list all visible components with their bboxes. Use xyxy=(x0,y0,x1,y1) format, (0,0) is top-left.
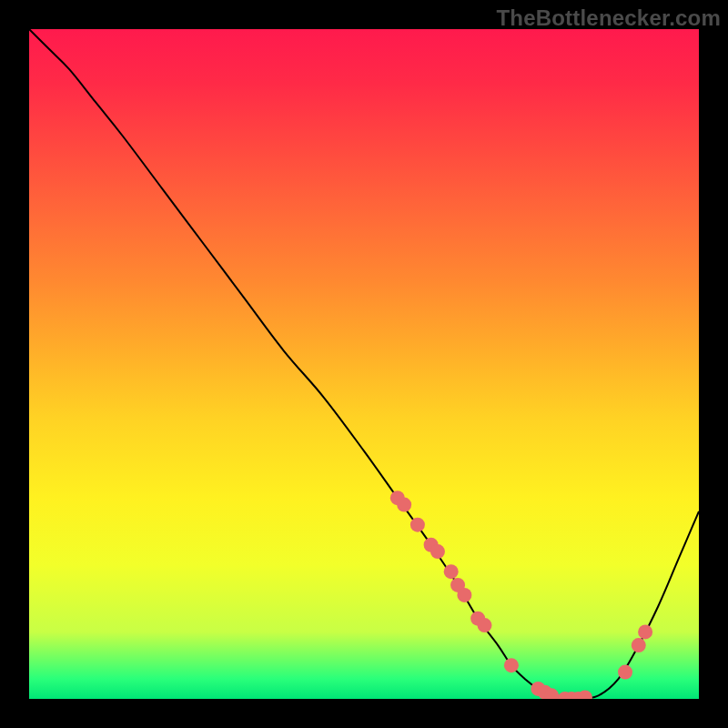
data-marker xyxy=(571,692,586,699)
plot-area xyxy=(29,29,699,699)
data-marker xyxy=(564,692,579,699)
data-marker xyxy=(450,578,465,592)
curve-svg xyxy=(29,29,699,699)
data-marker xyxy=(430,544,445,559)
data-marker xyxy=(457,588,471,602)
watermark: TheBottlenecker.com xyxy=(496,5,721,31)
bottleneck-curve xyxy=(29,29,699,699)
data-marker xyxy=(397,498,411,512)
data-marker xyxy=(410,518,425,532)
data-marker xyxy=(424,538,439,552)
data-marker xyxy=(558,692,572,699)
data-marker xyxy=(618,665,632,680)
data-marker xyxy=(638,624,652,639)
data-marker xyxy=(538,685,552,699)
data-markers xyxy=(390,490,652,699)
data-marker xyxy=(390,490,405,505)
data-marker xyxy=(531,682,545,696)
data-marker xyxy=(544,688,559,699)
data-marker xyxy=(477,618,491,632)
data-marker xyxy=(504,658,519,672)
data-marker xyxy=(632,638,646,652)
data-marker xyxy=(444,564,459,579)
data-marker xyxy=(578,691,592,699)
data-marker xyxy=(470,612,485,626)
chart-container: TheBottlenecker.com xyxy=(0,0,728,728)
